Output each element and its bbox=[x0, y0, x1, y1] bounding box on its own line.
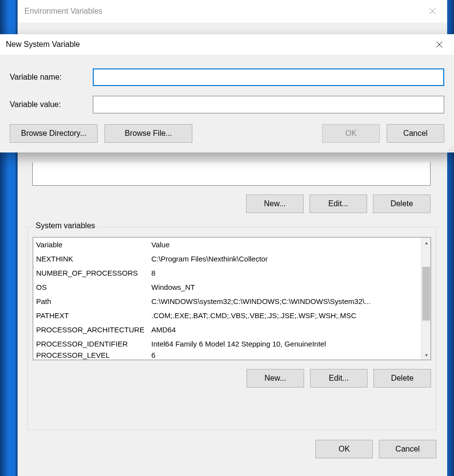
system-variables-label: System variables bbox=[33, 221, 98, 230]
table-row[interactable]: NEXTHINK C:\Program Files\Nexthink\Colle… bbox=[33, 252, 421, 266]
env-ok-button[interactable]: OK bbox=[315, 440, 373, 458]
env-title: Environment Variables bbox=[24, 7, 103, 16]
system-list-scrollbar[interactable]: ▴ ▾ bbox=[421, 238, 431, 360]
new-ok-button[interactable]: OK bbox=[322, 124, 380, 143]
cell-variable: NEXTHINK bbox=[36, 255, 151, 263]
variable-value-input[interactable] bbox=[93, 96, 444, 113]
cell-variable: NUMBER_OF_PROCESSORS bbox=[36, 269, 151, 277]
cell-value: Intel64 Family 6 Model 142 Stepping 10, … bbox=[151, 340, 421, 348]
svg-point-6 bbox=[452, 148, 453, 149]
cell-variable: PROCESSOR_LEVEL bbox=[36, 351, 151, 359]
table-row[interactable]: OS Windows_NT bbox=[33, 280, 421, 294]
system-variables-group: System variables Variable Value NEXTHINK… bbox=[27, 227, 436, 430]
cell-variable: PROCESSOR_IDENTIFIER bbox=[36, 340, 151, 348]
env-titlebar: Environment Variables bbox=[18, 0, 447, 22]
variable-name-input[interactable] bbox=[93, 68, 444, 86]
browse-file-button[interactable]: Browse File... bbox=[104, 124, 192, 143]
table-row[interactable]: PROCESSOR_IDENTIFIER Intel64 Family 6 Mo… bbox=[33, 337, 421, 351]
variable-name-label: Variable name: bbox=[10, 73, 93, 82]
svg-point-4 bbox=[452, 146, 453, 147]
svg-point-7 bbox=[448, 150, 449, 151]
cell-value: C:\WINDOWS\system32;C:\WINDOWS;C:\WINDOW… bbox=[151, 297, 421, 305]
system-vars-buttons: New... Edit... Delete bbox=[33, 369, 431, 390]
user-vars-listbox[interactable] bbox=[32, 162, 431, 186]
new-close-button[interactable] bbox=[425, 34, 454, 55]
user-edit-button[interactable]: Edit... bbox=[310, 195, 367, 213]
user-new-button[interactable]: New... bbox=[246, 195, 304, 213]
column-header-variable[interactable]: Variable bbox=[36, 240, 151, 249]
env-bottom-buttons: OK Cancel bbox=[27, 440, 436, 461]
new-body: Variable name: Variable value: Browse Di… bbox=[0, 55, 454, 152]
user-vars-buttons: New... Edit... Delete bbox=[32, 195, 431, 216]
close-icon bbox=[429, 8, 436, 15]
scroll-thumb[interactable] bbox=[422, 267, 430, 321]
variable-name-row: Variable name: bbox=[10, 68, 444, 86]
table-row[interactable]: Path C:\WINDOWS\system32;C:\WINDOWS;C:\W… bbox=[33, 294, 421, 308]
new-cancel-button[interactable]: Cancel bbox=[387, 124, 444, 143]
system-delete-button[interactable]: Delete bbox=[373, 369, 431, 388]
browse-directory-button[interactable]: Browse Directory... bbox=[10, 124, 98, 143]
scroll-down-icon[interactable]: ▾ bbox=[421, 350, 431, 360]
user-delete-button[interactable]: Delete bbox=[373, 195, 431, 213]
system-variables-list[interactable]: Variable Value NEXTHINK C:\Program Files… bbox=[33, 237, 431, 360]
new-system-variable-dialog: New System Variable Variable name: Varia… bbox=[0, 34, 454, 152]
close-icon bbox=[436, 41, 443, 48]
resize-grip-icon[interactable] bbox=[446, 145, 453, 151]
table-row[interactable]: PROCESSOR_ARCHITECTURE AMD64 bbox=[33, 323, 421, 337]
scroll-up-icon[interactable]: ▴ bbox=[421, 238, 431, 247]
cell-variable: PATHEXT bbox=[36, 311, 151, 320]
new-title: New System Variable bbox=[6, 40, 80, 49]
table-row[interactable]: PROCESSOR_LEVEL 6 bbox=[33, 351, 421, 360]
cell-variable: PROCESSOR_ARCHITECTURE bbox=[36, 325, 151, 334]
cell-value: C:\Program Files\Nexthink\Collector bbox=[151, 255, 421, 263]
table-row[interactable]: PATHEXT .COM;.EXE;.BAT;.CMD;.VBS;.VBE;.J… bbox=[33, 308, 421, 323]
svg-point-9 bbox=[452, 150, 453, 151]
system-variables-list-content: Variable Value NEXTHINK C:\Program Files… bbox=[33, 238, 421, 360]
cell-value: AMD64 bbox=[151, 325, 421, 334]
system-list-header[interactable]: Variable Value bbox=[33, 238, 421, 252]
system-edit-button[interactable]: Edit... bbox=[310, 369, 368, 388]
cell-value: Windows_NT bbox=[151, 283, 421, 291]
new-dialog-actions: Browse Directory... Browse File... OK Ca… bbox=[10, 124, 444, 143]
cell-value: .COM;.EXE;.BAT;.CMD;.VBS;.VBE;.JS;.JSE;.… bbox=[151, 311, 421, 320]
new-titlebar: New System Variable bbox=[0, 34, 454, 55]
table-row[interactable]: NUMBER_OF_PROCESSORS 8 bbox=[33, 266, 421, 280]
variable-value-label: Variable value: bbox=[10, 100, 93, 109]
column-header-value[interactable]: Value bbox=[151, 240, 421, 249]
cell-value: 8 bbox=[151, 269, 421, 277]
cell-variable: OS bbox=[36, 283, 151, 291]
env-close-button[interactable] bbox=[418, 0, 447, 22]
cell-variable: Path bbox=[36, 297, 151, 305]
svg-point-8 bbox=[450, 150, 451, 151]
env-cancel-button[interactable]: Cancel bbox=[379, 440, 436, 458]
cell-value: 6 bbox=[151, 351, 421, 359]
svg-point-5 bbox=[450, 148, 451, 149]
system-new-button[interactable]: New... bbox=[247, 369, 304, 388]
variable-value-row: Variable value: bbox=[10, 96, 444, 113]
